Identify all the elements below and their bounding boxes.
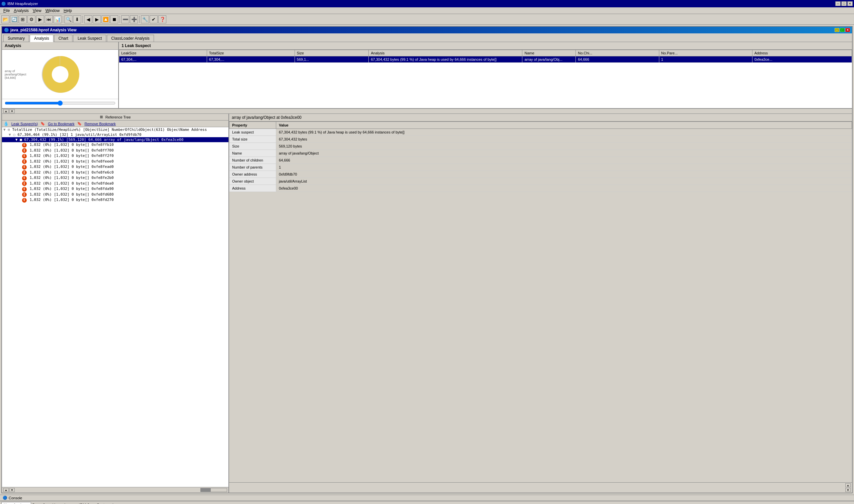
menu-view[interactable]: View bbox=[31, 8, 43, 13]
tree-row[interactable]: E 1,032 (0%) [1,032] 0 byte[] 0xfe8fd270 bbox=[2, 197, 228, 203]
tree-row[interactable]: ▼ ■ 67,304,432 (99.1%) [569,120] 64,666 … bbox=[2, 137, 228, 142]
stop-button[interactable]: ⏹ bbox=[110, 15, 118, 23]
tab-classloader[interactable]: ClassLoader Analysis bbox=[107, 35, 154, 42]
play-button[interactable]: ▶ bbox=[36, 15, 44, 23]
prop-value: array of java/lang/Object bbox=[276, 150, 852, 157]
tree-row[interactable]: E 1,032 (0%) [1,032] 0 byte[] 0xfe8fead0 bbox=[2, 164, 228, 170]
tree-row[interactable]: ▼ ○ 67,304,464 (99.1%) [32] 1 java/util/… bbox=[2, 132, 228, 137]
nav-button2[interactable]: 📊 bbox=[53, 15, 62, 23]
table-row[interactable]: 67,304,... 67,304,... 569,1... 67,304,43… bbox=[119, 56, 852, 63]
col-noparents[interactable]: No.Pare... bbox=[659, 50, 752, 56]
ref-tree-content[interactable]: ▼ ⊞ TotalSize (TotalSize/HeapSize%) [Obj… bbox=[2, 127, 228, 487]
bottom-heap-analyzer: HeapAnalyzer bbox=[1, 502, 31, 504]
plus-button[interactable]: ➕ bbox=[130, 15, 138, 23]
minimize-button[interactable]: ─ bbox=[835, 1, 841, 6]
cell-totalsize: 67,304,... bbox=[207, 56, 295, 63]
refresh-button[interactable]: 🔄 bbox=[10, 15, 18, 23]
tree-scroll-down[interactable]: ▼ bbox=[10, 488, 15, 492]
tree-row[interactable]: E 1,032 (0%) [1,032] 0 byte[] 0xfe8ffb10 bbox=[2, 142, 228, 148]
toolbar: 📂 🔄 ⊞ ⚙ ▶ ⏮ 📊 🔍 ⬇ ◀ ▶ 🔼 ⏹ ➖ ➕ 🔧 ✔ ❓ bbox=[0, 14, 854, 25]
menu-window[interactable]: Window bbox=[43, 8, 62, 13]
remove-bookmark-link[interactable]: Remove Bookmark bbox=[85, 122, 116, 126]
prop-label: Owner object bbox=[229, 178, 276, 185]
right-button[interactable]: ▶ bbox=[93, 15, 101, 23]
prop-row: Address 0xfea3ce00 bbox=[229, 185, 852, 192]
separator3 bbox=[120, 16, 120, 23]
maximize-button[interactable]: □ bbox=[841, 1, 847, 6]
properties-table: Property Value Leak suspect 67,304,432 b… bbox=[229, 122, 852, 192]
prop-value: 64,666 bbox=[276, 157, 852, 164]
prop-value: 1 bbox=[276, 164, 852, 171]
col-address[interactable]: Address bbox=[752, 50, 852, 56]
tree-row[interactable]: E 1,032 (0%) [1,032] 0 byte[] 0xfe8fd680 bbox=[2, 192, 228, 198]
download-button[interactable]: ⬇ bbox=[73, 15, 81, 23]
col-size[interactable]: Size bbox=[295, 50, 369, 56]
menu-analysis[interactable]: Analysis bbox=[12, 8, 31, 13]
settings-button[interactable]: ⚙ bbox=[28, 15, 35, 23]
tree-node-text: 1,032 (0%) [1,032] 0 byte[] 0xfe8fd270 bbox=[30, 198, 114, 202]
col-analysis[interactable]: Analysis bbox=[369, 50, 522, 56]
prop-scroll-down[interactable]: ▼ bbox=[845, 488, 851, 492]
col-name[interactable]: Name bbox=[522, 50, 576, 56]
tree-node-text: 1,032 (0%) [1,032] 0 byte[] 0xfe8fd680 bbox=[30, 192, 114, 197]
help-button[interactable]: ❓ bbox=[158, 15, 166, 23]
col-totalsize[interactable]: TotalSize bbox=[207, 50, 295, 56]
prop-value: 0xfea3ce00 bbox=[276, 185, 852, 192]
tool2[interactable]: ✔ bbox=[150, 15, 158, 23]
tree-row[interactable]: E 1,032 (0%) [1,032] 0 byte[] 0xfe8fdea0 bbox=[2, 181, 228, 186]
cell-analysis: 67,304,432 bytes (99.1 %) of Java heap i… bbox=[369, 56, 522, 63]
menu-help[interactable]: Help bbox=[62, 8, 74, 13]
prop-label: Leak suspect bbox=[229, 129, 276, 136]
scroll-up[interactable]: ▲ bbox=[3, 109, 9, 113]
col-nochildren[interactable]: No.Chi... bbox=[576, 50, 659, 56]
tree-row[interactable]: E 1,032 (0%) [1,032] 0 byte[] 0xfe8feee0 bbox=[2, 159, 228, 165]
ref-tree-title: ⊞ Reference Tree bbox=[2, 114, 228, 121]
tree-row[interactable]: ▼ ⊞ TotalSize (TotalSize/HeapSize%) [Obj… bbox=[2, 127, 228, 132]
nav-button1[interactable]: ⏮ bbox=[45, 15, 53, 23]
col-leaksize[interactable]: LeakSize bbox=[119, 50, 207, 56]
tool1[interactable]: 🔧 bbox=[141, 15, 149, 23]
prop-value: 569,120 bytes bbox=[276, 143, 852, 150]
tree-row[interactable]: E 1,032 (0%) [1,032] 0 byte[] 0xfe8fda90 bbox=[2, 186, 228, 192]
tree-row[interactable]: E 1,032 (0%) [1,032] 0 byte[] 0xfe8fe2b0 bbox=[2, 175, 228, 181]
minus-button[interactable]: ➖ bbox=[121, 15, 129, 23]
scroll-down[interactable]: ▼ bbox=[10, 109, 15, 113]
up-button[interactable]: 🔼 bbox=[102, 15, 109, 23]
window-maximize[interactable]: □ bbox=[840, 28, 844, 32]
go-to-bookmark-link[interactable]: Go to Bookmark bbox=[48, 122, 74, 126]
prop-label: Owner address bbox=[229, 171, 276, 178]
open-button[interactable]: 📂 bbox=[1, 15, 10, 23]
leak-suspects-link[interactable]: Leak Suspect(s) bbox=[11, 122, 38, 126]
tab-leak-suspect[interactable]: Leak Suspect bbox=[73, 35, 106, 42]
prop-label: Size bbox=[229, 143, 276, 150]
grid-button[interactable]: ⊞ bbox=[19, 15, 27, 23]
app-icon: 🔵 bbox=[1, 2, 6, 6]
tree-node-text: 1,032 (0%) [1,032] 0 byte[] 0xfe8fe6c0 bbox=[30, 170, 114, 175]
window-close[interactable]: ✕ bbox=[845, 28, 850, 32]
chart-slider[interactable] bbox=[5, 101, 116, 106]
tree-row[interactable]: E 1,032 (0%) [1,032] 0 byte[] 0xfe8fe6c0 bbox=[2, 170, 228, 176]
tab-analysis[interactable]: Analysis bbox=[30, 35, 53, 42]
properties-title: array of java/lang/Object at 0xfea3ce00 bbox=[229, 114, 852, 122]
tab-summary[interactable]: Summary bbox=[3, 35, 29, 42]
prop-row: Leak suspect 67,304,432 bytes (99.1 %) o… bbox=[229, 129, 852, 136]
prop-header-property: Property bbox=[229, 122, 276, 129]
prop-scroll-up[interactable]: ▲ bbox=[845, 483, 851, 487]
tree-scroll-up[interactable]: ▲ bbox=[3, 488, 9, 492]
close-button[interactable]: ✕ bbox=[847, 1, 853, 6]
tab-chart[interactable]: Chart bbox=[54, 35, 72, 42]
cell-size: 569,1... bbox=[295, 56, 369, 63]
search-button[interactable]: 🔍 bbox=[65, 15, 72, 23]
prop-value: 67,304,432 bytes bbox=[276, 136, 852, 143]
tree-node-text: 1,032 (0%) [1,032] 0 byte[] 0xfe8fe2b0 bbox=[30, 176, 114, 180]
leak-suspect-header: 1 Leak Suspect bbox=[119, 42, 852, 50]
tree-row[interactable]: E 1,032 (0%) [1,032] 0 byte[] 0xfe8ff2f0 bbox=[2, 153, 228, 159]
left-button[interactable]: ◀ bbox=[84, 15, 92, 23]
cell-nochildren: 64,666 bbox=[576, 56, 659, 63]
menu-file[interactable]: File bbox=[1, 8, 12, 13]
tree-node-text: 1,032 (0%) [1,032] 0 byte[] 0xfe8feee0 bbox=[30, 159, 114, 164]
window-minimize[interactable]: ─ bbox=[835, 28, 839, 32]
tree-row[interactable]: E 1,032 (0%) [1,032] 0 byte[] 0xfe8ff700 bbox=[2, 148, 228, 154]
tree-node-text: 67,304,464 (99.1%) [32] 1 java/util/Arra… bbox=[18, 132, 142, 137]
prop-value: 67,304,432 bytes (99.1 %) of Java heap i… bbox=[276, 129, 852, 136]
